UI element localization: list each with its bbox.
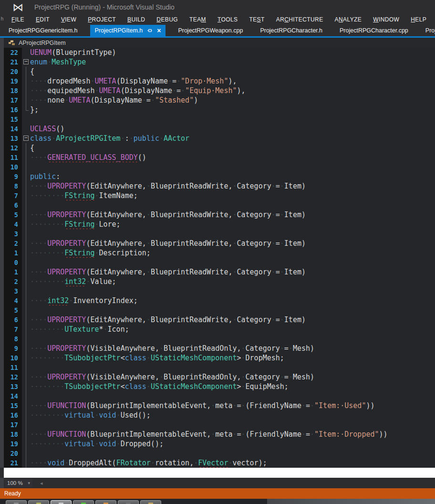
fold-margin (22, 382, 30, 391)
fold-margin (22, 48, 30, 57)
line-number: 6 (4, 315, 22, 325)
fold-guide-line (26, 267, 26, 277)
tab-label: ProjectRPGCharacter.h (260, 27, 322, 34)
code-line-row: 10········TSubobjectPtr<class·UStaticMes… (0, 353, 435, 363)
fold-guide-line (26, 391, 26, 401)
close-icon[interactable]: × (157, 25, 161, 36)
code-editor[interactable]: 22UENUM(BlueprintType)21−enum·MeshType20… (0, 48, 435, 468)
code-line-row: 3 (0, 229, 435, 239)
taskbar-button[interactable] (95, 500, 116, 504)
menu-item-tools[interactable]: TOOLS (212, 14, 243, 25)
fold-guide-line (26, 315, 26, 325)
code-line-text: { (30, 67, 435, 76)
fold-margin (22, 363, 30, 372)
line-number: 1 (4, 267, 22, 277)
menu-item-team[interactable]: TEAM (184, 14, 212, 25)
code-line-row: 15 (0, 115, 435, 124)
code-line-row: 6 (0, 200, 435, 210)
breadcrumb-scope-label[interactable]: AProjectRPGItem (19, 40, 66, 46)
taskbar-button[interactable] (28, 500, 49, 504)
code-line-text (30, 258, 435, 267)
fold-margin (22, 267, 30, 277)
tab-projectrpgcharacter-h[interactable]: ProjectRPGCharacter.h (255, 25, 327, 36)
fold-margin (22, 239, 30, 248)
fold-margin (22, 372, 30, 382)
tab-projectrpgcharacter-cpp[interactable]: ProjectRPGCharacter.cpp (335, 25, 413, 36)
window-edge-strip (0, 86, 4, 95)
code-line-text: ········UTexture*·Icon; (30, 325, 435, 334)
fold-margin (22, 353, 30, 363)
line-number: 2 (4, 277, 22, 286)
zoom-level-dropdown[interactable]: 100 % ▾ (5, 479, 32, 487)
taskbar-button[interactable] (140, 500, 161, 504)
line-number: 4 (4, 220, 22, 229)
window-edge-strip (0, 229, 4, 239)
code-line-text (30, 449, 435, 458)
code-line-text (30, 115, 435, 124)
code-line-text: ········FString·Description; (30, 248, 435, 258)
code-line-text (30, 391, 435, 401)
fold-toggle-icon[interactable]: − (23, 136, 29, 141)
fold-guide-line (26, 210, 26, 220)
window-edge-strip (0, 353, 4, 363)
menu-item-architecture[interactable]: ARCHITECTURE (270, 14, 329, 25)
window-edge-strip (0, 76, 4, 86)
window-edge-strip (0, 325, 4, 334)
menu-item-edit[interactable]: EDIT (30, 14, 55, 25)
code-line-row: 0 (0, 258, 435, 267)
menu-item-build[interactable]: BUILD (122, 14, 151, 25)
menu-item-window[interactable]: WINDOW (367, 14, 405, 25)
horizontal-scrollbar[interactable] (43, 478, 435, 488)
code-line-row: 17····none·UMETA(DisplayName·=·"Stashed"… (0, 95, 435, 105)
menu-item-view[interactable]: VIEW (55, 14, 82, 25)
code-line-text: ····UPROPERTY(EditAnywhere,·BlueprintRea… (30, 210, 435, 220)
code-line-row: 2····UPROPERTY(EditAnywhere,·BlueprintRe… (0, 239, 435, 248)
code-line-row: 17 (0, 420, 435, 430)
window-edge-strip (0, 449, 4, 458)
code-line-row: 19····dropedMesh·UMETA(DisplayName·=·"Dr… (0, 76, 435, 86)
fold-guide-line (26, 439, 26, 449)
pin-icon[interactable] (147, 28, 153, 33)
window-edge-strip (0, 420, 4, 430)
tab-projectrpgweapon-cpp[interactable]: ProjectRPGWeapon.cpp (173, 25, 248, 36)
code-line-text: ····UPROPERTY(EditAnywhere,·BlueprintRea… (30, 181, 435, 191)
code-line-text: ········virtual·void·Dropped(); (30, 439, 435, 449)
menu-item-test[interactable]: TEST (243, 14, 270, 25)
code-line-row: 12····UPROPERTY(VisibleAnywhere,·Bluepri… (0, 372, 435, 382)
taskbar-tray-area (267, 499, 435, 504)
taskbar-button[interactable] (6, 500, 27, 504)
taskbar-button[interactable] (73, 500, 94, 504)
menu-item-analyze[interactable]: ANALYZE (329, 14, 368, 25)
menu-item-debug[interactable]: DEBUG (151, 14, 184, 25)
visual-studio-logo-icon: ⋈ (11, 1, 25, 13)
window-edge-strip (0, 181, 4, 191)
tab-projectrpg[interactable]: ProjectRPG (421, 25, 435, 36)
navigation-bar[interactable]: AProjectRPGItem (0, 38, 435, 48)
tab-projectrpgitem-h[interactable]: ProjectRPGItem.h× (90, 25, 166, 36)
line-number: 14 (4, 391, 22, 401)
code-line-row: 10 (0, 162, 435, 172)
window-edge-strip (0, 172, 4, 181)
code-line-row: 15····UFUNCTION(BlueprintImplementableEv… (0, 401, 435, 410)
fold-guide-line (26, 382, 26, 391)
taskbar-button[interactable] (118, 500, 139, 504)
menu-item-file[interactable]: FILE (6, 14, 30, 25)
tab-label: ProjectRPGCharacter.cpp (340, 27, 408, 34)
fold-margin (22, 296, 30, 305)
fold-margin (22, 315, 30, 325)
window-edge-strip (0, 401, 4, 410)
menu-item-help[interactable]: HELP (405, 14, 432, 25)
menu-item-project[interactable]: PROJECT (82, 14, 122, 25)
code-line-text: ····GENERATED_UCLASS_BODY() (30, 153, 435, 162)
autohide-tool-tab[interactable]: h (0, 14, 4, 25)
fold-margin (22, 420, 30, 430)
fold-guide-line (26, 325, 26, 334)
tab-label: ProjectRPGWeapon.cpp (178, 27, 243, 34)
fold-toggle-icon[interactable]: − (23, 59, 29, 64)
taskbar-button[interactable] (51, 500, 72, 504)
line-number: 0 (4, 258, 22, 267)
window-edge-strip (0, 267, 4, 277)
tab-projectrpggenericitem-h[interactable]: ProjectRPGGenericItem.h (4, 25, 83, 36)
fold-guide-line (26, 153, 26, 162)
code-line-row: 22UENUM(BlueprintType) (0, 48, 435, 57)
